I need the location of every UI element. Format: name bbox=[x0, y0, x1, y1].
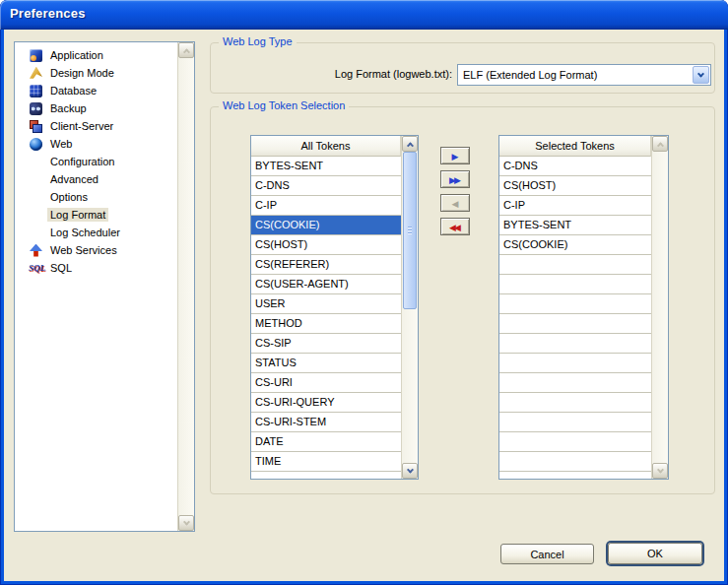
selected-tokens-body: C-DNS CS(HOST) C-IP BYT bbox=[499, 157, 651, 479]
sidebar-item-label: Web Services bbox=[47, 243, 120, 257]
sidebar-item-label: Log Scheduler bbox=[47, 226, 123, 239]
sidebar-item[interactable]: Application bbox=[15, 46, 177, 64]
token-label: CS(USER-AGENT) bbox=[255, 278, 349, 290]
sidebar-item[interactable]: Web Services bbox=[15, 241, 177, 259]
token-row[interactable]: C-DNS bbox=[499, 157, 651, 176]
sidebar-item[interactable]: Database bbox=[15, 82, 177, 99]
sidebar-item-label: Design Mode bbox=[47, 66, 117, 80]
sidebar-item[interactable]: Backup bbox=[15, 99, 177, 117]
sidebar-item[interactable]: SQL bbox=[15, 259, 177, 277]
sidebar-item-label: Configuration bbox=[47, 155, 117, 168]
all-tokens-scrollbar[interactable] bbox=[401, 136, 418, 479]
tree-scroll-track[interactable] bbox=[178, 58, 194, 515]
token-label: CS(COOKIE) bbox=[255, 219, 319, 230]
token-row[interactable]: CS-SIP bbox=[251, 334, 401, 354]
token-row[interactable]: BYTES-SENT bbox=[499, 216, 651, 235]
selected-tokens-scrollbar[interactable] bbox=[651, 136, 668, 479]
all-tokens-scroll-track[interactable] bbox=[402, 152, 418, 463]
token-label: TIME bbox=[255, 455, 281, 467]
token-row[interactable]: CS(USER-AGENT) bbox=[251, 275, 401, 294]
sidebar-item[interactable]: Web bbox=[15, 135, 177, 153]
sidebar-item-label: Options bbox=[47, 190, 91, 204]
client-server-icon bbox=[30, 120, 42, 133]
token-label: BYTES-SENT bbox=[503, 219, 571, 230]
token-row[interactable]: CS-URI-QUERY bbox=[251, 393, 401, 413]
preferences-tree: Application Design Mode Database bbox=[14, 41, 195, 532]
token-row[interactable]: C-IP bbox=[251, 196, 401, 216]
cancel-button[interactable]: Cancel bbox=[500, 544, 594, 564]
log-format-label: Log Format (logweb.txt): bbox=[211, 68, 452, 80]
ok-button[interactable]: OK bbox=[608, 543, 702, 564]
selected-tokens-header[interactable]: Selected Tokens bbox=[499, 136, 651, 157]
application-icon bbox=[30, 49, 42, 62]
token-row[interactable]: CS(HOST) bbox=[251, 235, 401, 255]
sidebar-item[interactable]: Client-Server bbox=[15, 117, 177, 135]
token-row[interactable]: METHOD bbox=[251, 314, 401, 334]
scroll-thumb[interactable] bbox=[403, 152, 417, 309]
token-row[interactable]: C-IP bbox=[499, 196, 651, 216]
tree-items: Application Design Mode Database bbox=[15, 42, 177, 531]
sidebar-item[interactable]: Log Format bbox=[15, 206, 177, 224]
all-tokens-body: BYTES-SENT C-DNS C-IP C bbox=[251, 157, 401, 479]
sidebar-item[interactable]: Options bbox=[15, 188, 177, 206]
chevron-down-icon bbox=[697, 70, 704, 77]
window-title: Preferences bbox=[10, 6, 86, 21]
scroll-down-icon[interactable] bbox=[652, 463, 668, 479]
sidebar-item-label: Client-Server bbox=[47, 119, 116, 133]
sidebar-item-label: Advanced bbox=[47, 172, 101, 186]
sidebar-item[interactable]: Log Scheduler bbox=[15, 224, 177, 241]
tree-scrollbar[interactable] bbox=[177, 42, 194, 531]
remove-token-button[interactable]: ◀ bbox=[440, 194, 470, 212]
scroll-down-icon[interactable] bbox=[178, 515, 194, 531]
sidebar-item[interactable]: Advanced bbox=[15, 170, 177, 188]
sidebar-item[interactable]: Configuration bbox=[15, 153, 177, 170]
all-tokens-header[interactable]: All Tokens bbox=[251, 136, 401, 157]
token-label: DATE bbox=[255, 435, 284, 447]
arrow-icon: ▶▶ bbox=[449, 172, 459, 188]
token-label: CS(HOST) bbox=[255, 238, 307, 250]
sidebar-item-label: Web bbox=[47, 137, 75, 151]
token-row[interactable]: CS-URI-STEM bbox=[251, 413, 401, 432]
titlebar[interactable]: Preferences bbox=[0, 0, 728, 30]
token-label: CS(REFERER) bbox=[255, 258, 329, 270]
scroll-up-icon[interactable] bbox=[402, 136, 418, 152]
token-label: C-IP bbox=[503, 199, 525, 211]
web-log-type-group: Web Log Type Log Format (logweb.txt): EL… bbox=[210, 42, 715, 94]
token-row[interactable]: TIME bbox=[251, 452, 401, 472]
token-row[interactable]: CS(COOKIE) bbox=[251, 216, 401, 235]
log-format-select[interactable]: ELF (Extended Log Format) bbox=[457, 64, 711, 86]
token-row[interactable]: DATE bbox=[251, 432, 401, 452]
token-row[interactable]: CS(REFERER) bbox=[251, 255, 401, 275]
scroll-up-icon[interactable] bbox=[178, 42, 194, 58]
token-label: STATUS bbox=[255, 357, 297, 368]
add-token-button[interactable]: ▶ bbox=[440, 147, 470, 164]
token-row[interactable]: STATUS bbox=[251, 354, 401, 373]
arrow-icon: ◀◀ bbox=[449, 220, 459, 235]
add-all-tokens-button[interactable]: ▶▶ bbox=[440, 170, 470, 188]
token-row[interactable]: C-DNS bbox=[251, 176, 401, 196]
scroll-up-icon[interactable] bbox=[652, 136, 668, 152]
token-label: CS(HOST) bbox=[503, 179, 556, 191]
token-row[interactable]: CS(COOKIE) bbox=[499, 235, 651, 255]
token-label: CS(COOKIE) bbox=[503, 238, 567, 250]
token-selection-group: Web Log Token Selection All Tokens BYTES… bbox=[210, 106, 715, 494]
token-row[interactable]: USER bbox=[251, 294, 401, 314]
token-row[interactable]: CS(HOST) bbox=[499, 176, 651, 196]
combo-dropdown-button[interactable] bbox=[693, 66, 709, 84]
remove-all-tokens-button[interactable]: ◀◀ bbox=[440, 218, 470, 235]
web-log-type-group-title: Web Log Type bbox=[219, 35, 297, 47]
token-row[interactable]: BYTES-SENT bbox=[251, 157, 401, 176]
selected-tokens-scroll-track[interactable] bbox=[652, 152, 668, 463]
chevron-up-icon bbox=[406, 142, 413, 149]
token-label: CS-SIP bbox=[255, 337, 292, 349]
transfer-buttons: ▶ ▶▶ ◀ ◀◀ bbox=[440, 147, 470, 241]
dialog-body: Application Design Mode Database bbox=[4, 30, 724, 581]
token-label: C-DNS bbox=[255, 179, 290, 191]
sidebar-item[interactable]: Design Mode bbox=[15, 64, 177, 82]
token-row[interactable]: CS-URI bbox=[251, 373, 401, 393]
web-icon bbox=[30, 138, 42, 151]
token-label: CS-URI-STEM bbox=[255, 416, 326, 427]
scroll-down-icon[interactable] bbox=[402, 463, 418, 479]
sidebar-item-label: Database bbox=[47, 84, 99, 98]
token-label: C-DNS bbox=[503, 160, 538, 171]
